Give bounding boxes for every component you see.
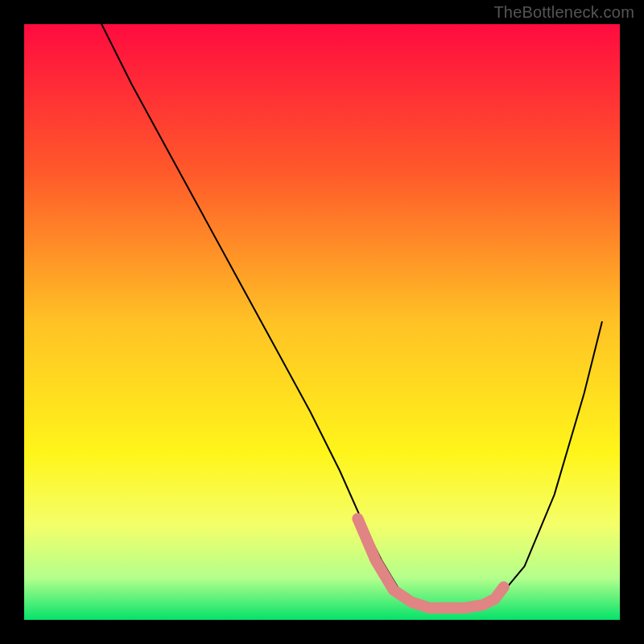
chart-stage: TheBottleneck.com — [0, 0, 644, 644]
bottleneck-chart — [0, 0, 644, 644]
plot-background — [24, 24, 620, 620]
watermark-text: TheBottleneck.com — [493, 3, 634, 22]
